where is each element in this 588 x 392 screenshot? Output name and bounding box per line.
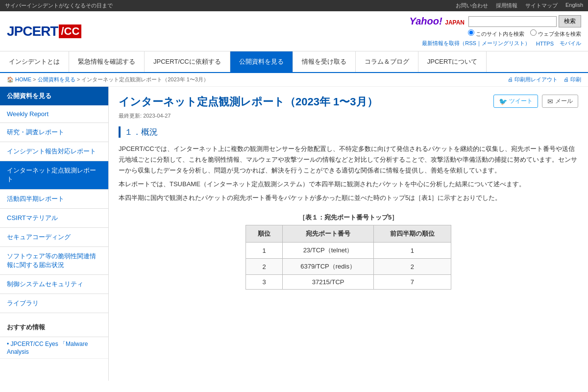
port-table: 順位 宛先ポート番号 前四半期の順位 1 23/TCP（telnet） 1 2 …	[245, 225, 451, 290]
table-section: ［表１：宛先ポート番号トップ5］ 順位 宛先ポート番号 前四半期の順位 1 23…	[119, 213, 578, 290]
table-row: 2 6379/TCP（redis） 2	[246, 259, 451, 275]
sidebar-quarterly[interactable]: 活動四半期レポート	[0, 190, 108, 209]
logo-text: JPCERT	[7, 24, 58, 39]
main-nav: インシデントとは 緊急情報を確認する JPCERT/CCに依頼する 公開資料を見…	[0, 51, 588, 73]
share-buttons: 🐦 ツイート ✉ メール	[493, 95, 578, 108]
top-bar-links: お問い合わせ 採用情報 サイトマップ English	[456, 2, 583, 9]
table-cell-rank-2: 2	[246, 259, 283, 275]
last-updated: 最終更新: 2023-04-27	[119, 112, 378, 120]
table-cell-prev-2: 2	[373, 259, 451, 275]
sidebar-library[interactable]: ライブラリ	[0, 294, 108, 313]
nav-column[interactable]: コラム＆ブログ	[356, 51, 418, 72]
nav-emergency[interactable]: 緊急情報を確認する	[69, 51, 145, 72]
print-layout-link[interactable]: 🖨 印刷用レイアウト	[508, 76, 558, 83]
radio-web[interactable]	[530, 29, 537, 36]
search-area: Yahoo! JAPAN 検索 このサイト内を検索 ウェブ全体を検索 最新情報を…	[410, 15, 581, 47]
table-cell-rank-3: 3	[246, 275, 283, 290]
sidebar-control[interactable]: 制御システムセキュリティ	[0, 275, 108, 294]
page-title-area: インターネット定点観測レポート（2023年 1〜3月） 最終更新: 2023-0…	[119, 95, 378, 120]
breadcrumb: 🏠 HOME > 公開資料を見る > インターネット定点観測レポート（2023年…	[0, 73, 588, 87]
page-title: インターネット定点観測レポート（2023年 1〜3月）	[119, 95, 378, 109]
table-row: 3 37215/TCP 7	[246, 275, 451, 290]
radio-site-label[interactable]: このサイト内を検索	[468, 29, 524, 38]
radio-site[interactable]	[468, 29, 474, 36]
sidebar-incident[interactable]: インシデント報告対応レポート	[0, 142, 108, 161]
english-link[interactable]: English	[565, 2, 583, 9]
table-cell-rank-1: 1	[246, 243, 283, 259]
page-title-row: インターネット定点観測レポート（2023年 1〜3月） 最終更新: 2023-0…	[119, 95, 578, 120]
table-caption: ［表１：宛先ポート番号トップ5］	[119, 213, 578, 222]
twitter-icon: 🐦	[499, 98, 507, 105]
sidebar-internet[interactable]: インターネット定点観測レポート	[0, 161, 108, 189]
section-overview: １．概況 JPCERT/CCでは、インターネット上に複数の観測用センサーを分散配…	[119, 126, 578, 203]
radio-row: このサイト内を検索 ウェブ全体を検索	[468, 29, 581, 38]
table-cell-port-3: 37215/TCP	[283, 275, 374, 290]
nav-about[interactable]: JPCERTについて	[418, 51, 487, 72]
nav-request[interactable]: JPCERT/CCに依頼する	[145, 51, 230, 72]
rss-link[interactable]: 最新情報を取得（RSS｜メーリングリスト）	[422, 40, 530, 47]
nav-incident[interactable]: インシデントとは	[0, 51, 69, 72]
search-input[interactable]	[468, 16, 557, 27]
radio-web-label[interactable]: ウェブ全体を検索	[530, 29, 581, 38]
sitemap-link[interactable]: サイトマップ	[525, 2, 558, 9]
sidebar: 公開資料を見る Weekly Report 研究・調査レポート インシデント報告…	[0, 87, 109, 381]
table-header-rank: 順位	[246, 225, 283, 243]
section-title: １．概況	[119, 126, 578, 138]
body-text-1: JPCERT/CCでは、インターネット上に複数の観測用センサーを分散配置し、不特…	[119, 144, 578, 176]
main-content: インターネット定点観測レポート（2023年 1〜3月） 最終更新: 2023-0…	[109, 87, 588, 381]
sidebar-weekly-report[interactable]: Weekly Report	[0, 105, 108, 123]
body-text-3: 本四半期に国内で観測されたパケットの宛先ポート番号をパケットが多かった順に並べた…	[119, 193, 578, 203]
table-cell-port-1: 23/TCP（telnet）	[283, 243, 374, 259]
breadcrumb-home: 🏠	[7, 76, 14, 82]
breadcrumb-current: インターネット定点観測レポート（2023年 1〜3月）	[81, 76, 209, 82]
table-cell-prev-1: 1	[373, 243, 451, 259]
breadcrumb-left: 🏠 HOME > 公開資料を見る > インターネット定点観測レポート（2023年…	[7, 76, 209, 83]
mobile-link[interactable]: モバイル	[560, 40, 581, 47]
https-link[interactable]: HTTPS	[536, 40, 554, 47]
table-cell-port-2: 6379/TCP（redis）	[283, 259, 374, 275]
mail-icon: ✉	[547, 98, 553, 105]
breadcrumb-publications-link[interactable]: 公開資料を見る	[38, 76, 75, 82]
sidebar-research[interactable]: 研究・調査レポート	[0, 123, 108, 142]
table-cell-prev-3: 7	[373, 275, 451, 290]
sidebar-csirt[interactable]: CSIRTマテリアル	[0, 209, 108, 228]
table-header-prev: 前四半期の順位	[373, 225, 451, 243]
layout: 公開資料を見る Weekly Report 研究・調査レポート インシデント報告…	[0, 87, 588, 381]
sidebar-secure-coding[interactable]: セキュアコーディング	[0, 228, 108, 247]
sidebar-section-title: 公開資料を見る	[0, 87, 108, 105]
yahoo-logo: Yahoo! JAPAN	[410, 16, 465, 27]
header: JPCERT /CC Yahoo! JAPAN 検索 このサイト内を検索 ウェブ…	[0, 11, 588, 51]
tweet-button[interactable]: 🐦 ツイート	[493, 95, 538, 108]
contact-link[interactable]: お問い合わせ	[456, 2, 488, 9]
logo-cc: /CC	[59, 24, 81, 38]
nav-info[interactable]: 情報を受け取る	[293, 51, 356, 72]
sidebar-vuln[interactable]: ソフトウェア等の脆弱性関連情報に関する届出状況	[0, 247, 108, 275]
recruitment-link[interactable]: 採用情報	[496, 2, 517, 9]
meta-links: 最新情報を取得（RSS｜メーリングリスト） HTTPS モバイル	[422, 40, 581, 47]
search-button[interactable]: 検索	[559, 15, 581, 27]
search-row: 検索	[468, 15, 581, 27]
body-text-2: 本レポートでは、TSUBAME（インターネット定点観測システム）で本四半期に観測…	[119, 179, 578, 190]
nav-publications[interactable]: 公開資料を見る	[230, 51, 293, 72]
sidebar-recommend-title: おすすめ情報	[0, 318, 108, 337]
tagline: サイバーインシデントがなくなるその日まで	[5, 2, 113, 9]
top-bar: サイバーインシデントがなくなるその日まで お問い合わせ 採用情報 サイトマップ …	[0, 0, 588, 11]
mail-button[interactable]: ✉ メール	[542, 95, 578, 108]
sidebar-recommend-item-1[interactable]: • JPCERT/CC Eyes 「Malware Analysis	[0, 337, 108, 359]
logo: JPCERT /CC	[7, 24, 81, 39]
breadcrumb-right: 🖨 印刷用レイアウト 🖨 印刷	[508, 76, 581, 83]
table-row: 1 23/TCP（telnet） 1	[246, 243, 451, 259]
print-link[interactable]: 🖨 印刷	[564, 76, 581, 83]
breadcrumb-home-link[interactable]: HOME	[15, 76, 31, 82]
table-header-port: 宛先ポート番号	[283, 225, 374, 243]
